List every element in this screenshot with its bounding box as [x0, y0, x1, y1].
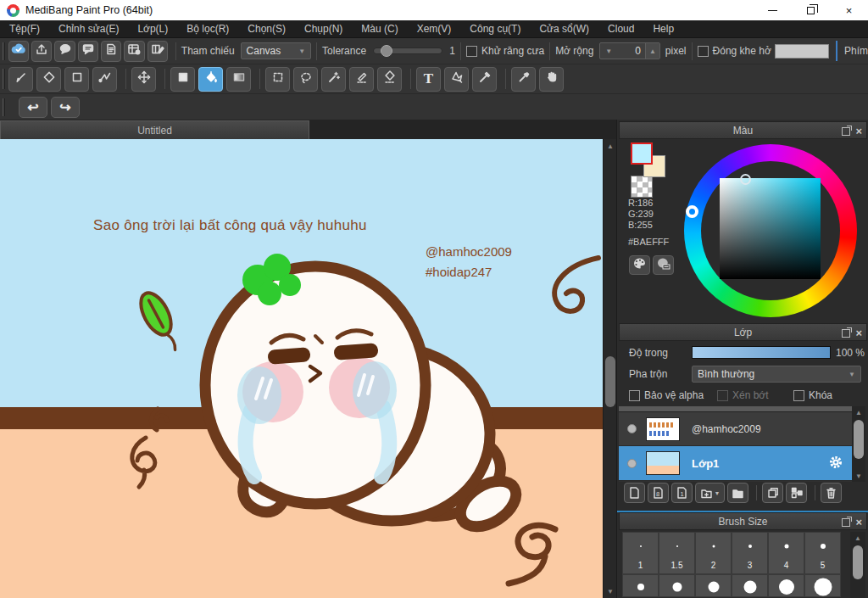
brush-size-row2[interactable]	[768, 574, 804, 597]
menu-select[interactable]: Chọn(S)	[238, 20, 295, 38]
color-set-button[interactable]	[653, 255, 674, 275]
tool-shape-brush[interactable]	[64, 67, 89, 92]
add-folder-button[interactable]: ▼	[695, 483, 725, 503]
popout-icon[interactable]	[842, 127, 850, 136]
scroll-up-icon[interactable]: ▲	[852, 406, 865, 418]
tool-magic-wand[interactable]	[321, 67, 346, 92]
sv-selector[interactable]	[740, 174, 751, 185]
brush-size-row2[interactable]	[659, 574, 695, 597]
layer-scrollbar-thumb[interactable]	[854, 420, 864, 459]
menu-color[interactable]: Màu (C)	[352, 20, 407, 38]
close-button[interactable]: ×	[830, 0, 868, 20]
hue-selector[interactable]	[686, 205, 698, 218]
new-8bit-layer-button[interactable]: 8	[648, 483, 669, 503]
tolerance-slider[interactable]	[373, 48, 442, 54]
scroll-down-icon[interactable]: ▼	[604, 585, 617, 597]
brush-panel-scrollbar[interactable]: ▲	[850, 532, 865, 598]
memo-button[interactable]	[101, 41, 121, 62]
reference-select[interactable]: Canvas ▼	[241, 42, 312, 59]
tool-eyedropper[interactable]	[511, 67, 536, 92]
brush-size-row2[interactable]	[804, 574, 841, 597]
canvas-vertical-scrollbar[interactable]: ▲ ▼	[603, 139, 616, 598]
close-icon[interactable]: ×	[855, 517, 862, 528]
foreground-color-swatch[interactable]	[631, 143, 653, 165]
tool-lasso[interactable]	[293, 67, 318, 92]
expand-spinner[interactable]: ▼ 0 ▲	[599, 42, 660, 59]
brush-size-5[interactable]: 5	[804, 532, 841, 574]
menu-cloud[interactable]: Cloud	[598, 20, 643, 38]
protect-alpha-option[interactable]: Bảo vệ alpha	[629, 389, 704, 401]
tool-polyline[interactable]	[92, 67, 117, 92]
popout-icon[interactable]	[842, 518, 850, 527]
tab-untitled[interactable]: Untitled	[0, 120, 309, 139]
panel-layout-button[interactable]	[147, 41, 168, 62]
menu-window[interactable]: Cửa sổ(W)	[530, 20, 598, 38]
tool-text[interactable]: T	[416, 67, 441, 92]
tool-brush[interactable]	[8, 67, 33, 92]
tool-hand[interactable]	[539, 67, 564, 92]
canvas-scrollbar-thumb[interactable]	[605, 356, 615, 407]
layer-visibility-dot[interactable]	[627, 459, 637, 468]
brush-size-2[interactable]: 2	[695, 532, 732, 574]
undo-button[interactable]: ↩	[19, 97, 47, 118]
color-panel-header[interactable]: Màu ×	[619, 121, 867, 139]
opacity-slider[interactable]	[692, 346, 831, 359]
tool-select-eraser[interactable]	[377, 67, 402, 92]
layer-row-lop1-selected[interactable]: Lớp1	[619, 446, 852, 481]
new-1bit-layer-button[interactable]: 1	[671, 483, 693, 503]
saturation-value-square[interactable]	[720, 178, 821, 279]
brush-scrollbar-thumb[interactable]	[853, 545, 863, 579]
close-icon[interactable]: ×	[855, 126, 862, 137]
transparent-color-swatch[interactable]	[631, 176, 653, 198]
tool-move[interactable]	[131, 67, 156, 92]
minimize-button[interactable]	[754, 0, 792, 20]
brush-size-3[interactable]: 3	[732, 532, 768, 574]
clipping-option[interactable]: Xén bớt	[717, 389, 769, 401]
brush-size-1[interactable]: 1	[622, 532, 659, 574]
new-layer-button[interactable]	[624, 483, 645, 503]
menu-help[interactable]: Help	[643, 20, 683, 38]
spinner-up-icon[interactable]: ▲	[645, 43, 659, 59]
tool-bucket[interactable]	[198, 67, 223, 92]
antialias-checkbox[interactable]	[466, 46, 477, 57]
menu-edit[interactable]: Chỉnh sửa(E)	[49, 20, 128, 38]
tolerance-slider-knob[interactable]	[381, 45, 392, 57]
brush-size-4[interactable]: 4	[768, 532, 804, 574]
menu-tools[interactable]: Công cụ(T)	[460, 20, 530, 38]
folder-button[interactable]	[727, 483, 748, 503]
merge-layer-button[interactable]	[786, 483, 807, 503]
brush-size-row2[interactable]	[732, 574, 768, 597]
scroll-down-icon[interactable]: ▼	[852, 470, 865, 482]
layer-settings-gear-icon[interactable]	[828, 455, 843, 472]
cloud-save-button[interactable]	[8, 41, 29, 62]
spinner-down-icon[interactable]: ▼	[600, 48, 617, 55]
layer-row-hamhoc2009[interactable]: @hamhoc2009	[619, 412, 852, 446]
scroll-up-icon[interactable]: ▲	[851, 532, 865, 544]
brush-size-1-5[interactable]: 1.5	[659, 532, 695, 574]
lock-option[interactable]: Khóa	[793, 389, 832, 401]
brush-size-row2[interactable]	[695, 574, 732, 597]
redo-button[interactable]: ↪	[51, 97, 80, 118]
tool-divide[interactable]	[472, 67, 497, 92]
tool-gradient[interactable]	[226, 67, 251, 92]
canvas-area[interactable]: Sao ông trời lại bất công quá vậy huhuhu…	[0, 139, 603, 598]
menu-filter[interactable]: Bộ lọc(R)	[177, 20, 238, 38]
tool-fill-rect[interactable]	[170, 67, 195, 92]
tool-operation[interactable]	[444, 67, 469, 92]
duplicate-layer-button[interactable]	[762, 483, 783, 503]
protect-alpha-checkbox[interactable]	[629, 390, 640, 401]
tool-eraser[interactable]	[36, 67, 61, 92]
tweet-button[interactable]	[54, 41, 75, 62]
scroll-up-icon[interactable]: ▲	[604, 140, 617, 152]
restore-button[interactable]	[792, 0, 830, 20]
material-panel-button[interactable]	[124, 41, 144, 62]
tool-select-pen[interactable]	[349, 67, 374, 92]
popout-icon[interactable]	[842, 329, 850, 338]
menu-layer[interactable]: Lớp(L)	[128, 20, 177, 38]
comment-button[interactable]	[78, 41, 98, 62]
blend-mode-select[interactable]: Bình thường ▼	[692, 366, 861, 383]
brush-size-row2[interactable]	[622, 574, 659, 597]
layer-panel-header[interactable]: Lớp ×	[619, 323, 867, 341]
close-icon[interactable]: ×	[855, 327, 862, 338]
close-gap-checkbox[interactable]	[698, 46, 709, 57]
